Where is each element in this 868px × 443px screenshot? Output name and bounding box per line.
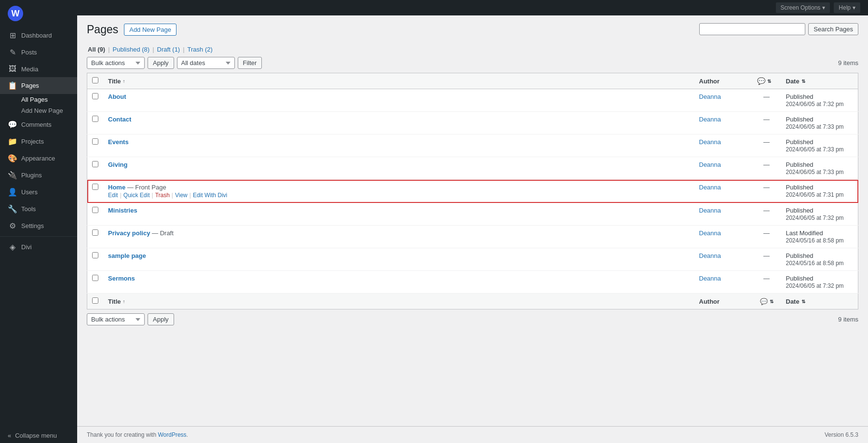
author-link-2[interactable]: Deanna bbox=[699, 116, 721, 123]
screen-options-button[interactable]: Screen Options ▾ bbox=[776, 2, 830, 13]
page-title-link-8[interactable]: sample page bbox=[108, 252, 146, 259]
search-input[interactable] bbox=[699, 23, 805, 35]
row-date-cell: Published 2024/06/05 at 7:33 pm bbox=[781, 157, 858, 180]
row-action-edit[interactable]: Edit bbox=[108, 192, 118, 199]
sidebar-item-comments[interactable]: 💬 Comments bbox=[0, 116, 77, 133]
row-date-cell: Published 2024/06/05 at 7:32 pm bbox=[781, 203, 858, 226]
add-new-page-button[interactable]: Add New Page bbox=[124, 24, 176, 36]
page-title-link-5[interactable]: Home bbox=[108, 184, 125, 191]
sidebar-item-media[interactable]: 🖼 Media bbox=[0, 61, 77, 77]
row-checkbox-8[interactable] bbox=[92, 252, 98, 258]
apply-button-bottom[interactable]: Apply bbox=[148, 313, 174, 325]
page-title-link-2[interactable]: Contact bbox=[108, 116, 131, 123]
content-wrap: Pages Add New Page Search Pages All (9) … bbox=[77, 15, 868, 426]
sidebar-sub-add-new-page[interactable]: Add New Page bbox=[0, 105, 77, 116]
row-action-trash[interactable]: Trash bbox=[155, 192, 170, 199]
row-checkbox-4[interactable] bbox=[92, 161, 98, 167]
filter-all-link[interactable]: All (9) bbox=[88, 46, 105, 53]
row-author-cell: Deanna bbox=[694, 112, 752, 134]
sidebar-item-tools[interactable]: 🔧 Tools bbox=[0, 201, 77, 217]
row-author-cell: Deanna bbox=[694, 271, 752, 294]
row-checkbox-cell bbox=[87, 180, 104, 203]
row-comments-1: — bbox=[757, 93, 776, 100]
page-title-link-6[interactable]: Ministries bbox=[108, 207, 137, 214]
filter-draft-link[interactable]: Draft (1) bbox=[157, 46, 180, 53]
row-title-cell: About bbox=[103, 89, 694, 112]
tfoot-select-all-checkbox[interactable] bbox=[92, 297, 98, 304]
th-title[interactable]: Title ↑ bbox=[103, 73, 694, 89]
table-row: Privacy policy — Draft Deanna — Last Mod… bbox=[87, 226, 858, 248]
help-button[interactable]: Help ▾ bbox=[834, 2, 860, 13]
sidebar-item-pages[interactable]: 📋 Pages bbox=[0, 77, 77, 94]
collapse-label: Collapse menu bbox=[15, 432, 57, 439]
author-link-4[interactable]: Deanna bbox=[699, 161, 721, 168]
row-checkbox-cell bbox=[87, 248, 104, 271]
page-title-link-3[interactable]: Events bbox=[108, 138, 129, 146]
date-sort-arrow-icon: ⇅ bbox=[801, 79, 805, 84]
page-title-link-7[interactable]: Privacy policy bbox=[108, 229, 150, 237]
author-link-5[interactable]: Deanna bbox=[699, 184, 721, 191]
bulk-actions-select-bottom[interactable]: Bulk actionsEditMove to Trash bbox=[87, 313, 145, 325]
author-link-8[interactable]: Deanna bbox=[699, 252, 721, 259]
tfoot-check[interactable] bbox=[87, 294, 104, 309]
table-row: Contact Deanna — Published 2024/06/05 at… bbox=[87, 112, 858, 134]
select-all-checkbox[interactable] bbox=[92, 77, 98, 83]
date-status-4: Published bbox=[786, 161, 814, 168]
th-select-all[interactable] bbox=[87, 73, 104, 89]
tfoot-comments[interactable]: 💬 ⇅ bbox=[752, 294, 781, 309]
pages-table: Title ↑ Author 💬 ⇅ bbox=[87, 73, 858, 309]
date-filter-select[interactable]: All datesJune 2024May 2024 bbox=[177, 57, 235, 69]
sidebar-item-projects[interactable]: 📁 Projects bbox=[0, 133, 77, 150]
page-title-link-4[interactable]: Giving bbox=[108, 161, 127, 168]
page-title-link-1[interactable]: About bbox=[108, 93, 126, 100]
row-action-quick-edit[interactable]: Quick Edit bbox=[123, 192, 150, 199]
page-title: Pages bbox=[87, 23, 118, 36]
row-checkbox-6[interactable] bbox=[92, 207, 98, 213]
row-action-view[interactable]: View bbox=[175, 192, 188, 199]
filter-published-link[interactable]: Published (8) bbox=[113, 46, 150, 53]
wordpress-link[interactable]: WordPress bbox=[158, 431, 186, 438]
row-checkbox-9[interactable] bbox=[92, 275, 98, 281]
sidebar-item-appearance[interactable]: 🎨 Appearance bbox=[0, 150, 77, 167]
author-link-9[interactable]: Deanna bbox=[699, 275, 721, 282]
row-checkbox-2[interactable] bbox=[92, 116, 98, 122]
sidebar-item-posts[interactable]: ✎ Posts bbox=[0, 44, 77, 61]
row-checkbox-3[interactable] bbox=[92, 138, 98, 145]
row-checkbox-5[interactable] bbox=[92, 184, 98, 190]
sidebar-item-plugins[interactable]: 🔌 Plugins bbox=[0, 167, 77, 184]
row-checkbox-7[interactable] bbox=[92, 229, 98, 236]
sidebar-item-divi[interactable]: ◈ Divi bbox=[0, 239, 77, 255]
sidebar-sub-all-pages[interactable]: All Pages bbox=[0, 94, 77, 105]
sidebar-logo: W bbox=[0, 0, 77, 27]
row-action-edit-divi[interactable]: Edit With Divi bbox=[193, 192, 227, 199]
search-row: Search Pages bbox=[699, 23, 858, 35]
bulk-actions-select-top[interactable]: Bulk actionsEditMove to Trash bbox=[87, 57, 145, 69]
sidebar-item-users[interactable]: 👤 Users bbox=[0, 184, 77, 201]
row-comments-cell: — bbox=[752, 112, 781, 134]
sidebar-item-settings[interactable]: ⚙ Settings bbox=[0, 217, 77, 234]
th-date[interactable]: Date ⇅ bbox=[781, 73, 858, 89]
author-link-6[interactable]: Deanna bbox=[699, 207, 721, 214]
sidebar-item-label: Media bbox=[21, 66, 38, 73]
table-row: About Deanna — Published 2024/06/05 at 7… bbox=[87, 89, 858, 112]
footer: Thank you for creating with WordPress. V… bbox=[77, 426, 868, 443]
filter-trash-link[interactable]: Trash (2) bbox=[188, 46, 213, 53]
sidebar-collapse-button[interactable]: « Collapse menu bbox=[0, 428, 77, 443]
posts-icon: ✎ bbox=[8, 48, 17, 57]
author-link-3[interactable]: Deanna bbox=[699, 138, 721, 146]
row-checkbox-1[interactable] bbox=[92, 93, 98, 99]
projects-icon: 📁 bbox=[8, 137, 17, 146]
th-author: Author bbox=[694, 73, 752, 89]
page-title-link-9[interactable]: Sermons bbox=[108, 275, 135, 282]
row-author-cell: Deanna bbox=[694, 226, 752, 248]
author-link-7[interactable]: Deanna bbox=[699, 229, 721, 237]
search-pages-button[interactable]: Search Pages bbox=[808, 23, 858, 35]
tfoot-date[interactable]: Date ⇅ bbox=[781, 294, 858, 309]
apply-button-top[interactable]: Apply bbox=[148, 57, 174, 69]
author-link-1[interactable]: Deanna bbox=[699, 93, 721, 100]
tfoot-title[interactable]: Title ↑ bbox=[103, 294, 694, 309]
row-checkbox-cell bbox=[87, 271, 104, 294]
th-comments[interactable]: 💬 ⇅ bbox=[752, 73, 781, 89]
sidebar-item-dashboard[interactable]: ⊞ Dashboard bbox=[0, 27, 77, 44]
filter-button[interactable]: Filter bbox=[238, 57, 262, 69]
